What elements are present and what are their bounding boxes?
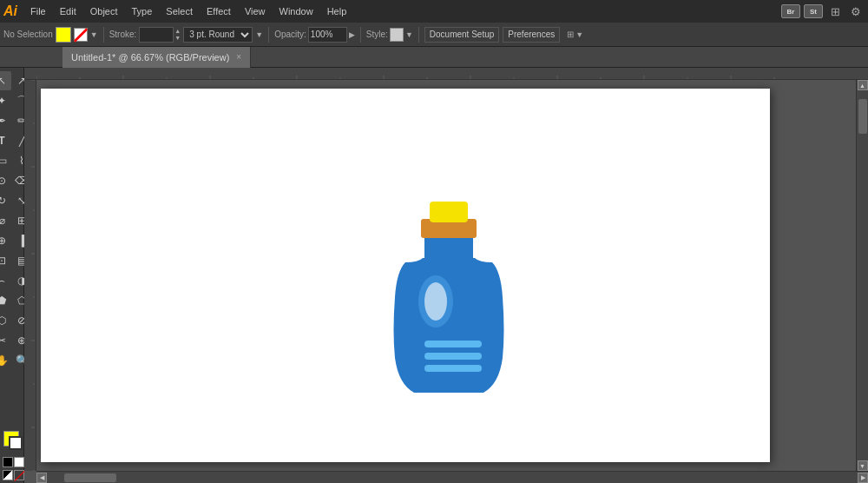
style-section: Style: ▼: [366, 28, 413, 42]
scrollbar-vertical[interactable]: ▲ ▼: [856, 80, 868, 471]
main-area: ↖ ↗ ✦ ⌒ ✒ ✏ T ╱ ▭ ⌇ ⊙ ⌫ ↻ ⤡ ⌀ ⊞: [0, 68, 868, 483]
stroke-spinners[interactable]: ▲▼: [174, 28, 181, 42]
bottle-lid: [430, 202, 468, 222]
preferences-button[interactable]: Preferences: [503, 27, 560, 43]
menu-window[interactable]: Window: [273, 4, 319, 18]
bottle-body: [393, 262, 503, 393]
ruler-v-svg: [24, 80, 35, 471]
canvas-scroll-area: [36, 80, 856, 471]
tab-close-button[interactable]: ×: [236, 52, 241, 62]
scroll-thumb-v[interactable]: [858, 99, 867, 134]
stroke-label: Stroke:: [109, 30, 137, 39]
magic-wand-tool-button[interactable]: ✦: [0, 91, 11, 110]
bridge-icon[interactable]: Br: [781, 4, 800, 18]
bottle-container: [41, 89, 856, 471]
bottle-line-1: [424, 341, 482, 347]
divider-1: [103, 27, 104, 43]
bottle-line-2: [424, 353, 482, 360]
mesh-tool-button[interactable]: ⊡: [0, 251, 11, 270]
menu-bar: Ai File Edit Object Type Select Effect V…: [0, 0, 868, 23]
menu-view[interactable]: View: [239, 4, 272, 18]
scrollbar-horizontal[interactable]: ◀ ▶: [36, 471, 868, 483]
black-swatch[interactable]: [3, 457, 13, 467]
rotate-tool-button[interactable]: ↻: [0, 191, 11, 210]
menu-help[interactable]: Help: [321, 4, 353, 18]
stock-icon[interactable]: St: [804, 4, 823, 18]
canvas-main[interactable]: [36, 80, 856, 471]
style-color-box[interactable]: [390, 28, 404, 42]
scroll-track-h[interactable]: [47, 473, 858, 483]
tab-title: Untitled-1* @ 66.67% (RGB/Preview): [71, 52, 229, 63]
menu-file[interactable]: File: [24, 4, 52, 18]
app-logo: Ai: [3, 3, 17, 19]
opacity-label: Opacity:: [274, 30, 306, 39]
color-mode-icons: [3, 470, 24, 480]
workspace-icon[interactable]: ⊞: [826, 3, 844, 20]
selection-section: No Selection ▼: [3, 27, 98, 43]
hand-tool-button[interactable]: ✋: [0, 351, 11, 370]
pen-tool-button[interactable]: ✒: [0, 111, 11, 130]
bottle-handle-inner: [424, 282, 447, 321]
symbol-tool-button[interactable]: ⊕: [0, 231, 11, 250]
perspective-button[interactable]: ⬡: [0, 311, 11, 330]
fill-slash[interactable]: [74, 28, 88, 42]
bottle-svg[interactable]: [379, 158, 518, 401]
fill-color-box[interactable]: [56, 27, 71, 43]
menu-select[interactable]: Select: [160, 4, 199, 18]
ruler-vertical: [24, 80, 36, 471]
divider-4: [418, 27, 419, 43]
blob-brush-button[interactable]: ⊙: [0, 171, 11, 190]
gradient-swatch[interactable]: [3, 470, 13, 480]
scroll-right-button[interactable]: ▶: [858, 473, 868, 483]
ruler-h-svg: [36, 69, 818, 79]
arrange-icons[interactable]: ⊞: [567, 30, 574, 39]
selection-label: No Selection: [3, 30, 53, 39]
ruler-horizontal: [24, 68, 868, 80]
fill-dropdown[interactable]: ▼: [90, 30, 98, 39]
scroll-thumb-h[interactable]: [64, 473, 116, 482]
left-toolbar: ↖ ↗ ✦ ⌒ ✒ ✏ T ╱ ▭ ⌇ ⊙ ⌫ ↻ ⤡ ⌀ ⊞: [0, 68, 24, 483]
selection-tool-button[interactable]: ↖: [0, 71, 11, 90]
stroke-dropdown[interactable]: ▼: [255, 30, 263, 39]
opacity-input[interactable]: [308, 27, 347, 43]
stroke-type-select[interactable]: 3 pt. Round: [183, 27, 253, 43]
menu-icons: Br St ⊞ ⚙: [781, 3, 865, 20]
canvas-inner: ▲ ▼: [24, 80, 868, 471]
stroke-swatch[interactable]: [9, 436, 23, 450]
rect-tool-button[interactable]: ▭: [0, 151, 11, 170]
menu-edit[interactable]: Edit: [54, 4, 82, 18]
document-tab[interactable]: Untitled-1* @ 66.67% (RGB/Preview) ×: [62, 47, 251, 68]
scroll-up-button[interactable]: ▲: [858, 80, 868, 90]
menu-effect[interactable]: Effect: [201, 4, 237, 18]
style-dropdown[interactable]: ▼: [405, 30, 413, 39]
no-paint-swatch[interactable]: [14, 470, 24, 480]
opacity-section: Opacity: ▶: [274, 27, 355, 43]
toolbar: No Selection ▼ Stroke: ▲▼ 3 pt. Round ▼ …: [0, 23, 868, 47]
divider-3: [360, 27, 361, 43]
eyedropper-button[interactable]: ⌢: [0, 271, 11, 290]
stroke-color-box[interactable]: [74, 28, 88, 42]
stroke-section: Stroke: ▲▼ 3 pt. Round ▼: [109, 27, 264, 43]
stroke-display: [139, 27, 174, 43]
scroll-track-v[interactable]: [858, 90, 868, 460]
svg-rect-19: [24, 80, 35, 471]
document-setup-button[interactable]: Document Setup: [424, 27, 500, 43]
opacity-arrow[interactable]: ▶: [349, 30, 355, 39]
divider-2: [268, 27, 269, 43]
canvas-wrapper: ▲ ▼ ◀ ▶: [24, 68, 868, 483]
scroll-down-button[interactable]: ▼: [858, 460, 868, 471]
type-tool-button[interactable]: T: [0, 131, 11, 150]
scissors-button[interactable]: ✂: [0, 331, 11, 350]
scroll-left-button[interactable]: ◀: [36, 473, 47, 483]
warp-tool-button[interactable]: ⌀: [0, 211, 11, 230]
menu-object[interactable]: Object: [84, 4, 124, 18]
color-swatch-area: [3, 431, 24, 452]
sync-icon[interactable]: ⚙: [847, 3, 865, 20]
style-label: Style:: [366, 30, 388, 39]
bottle-line-3: [424, 365, 482, 372]
tab-bar: Untitled-1* @ 66.67% (RGB/Preview) ×: [0, 47, 868, 68]
white-swatch[interactable]: [14, 457, 24, 467]
live-paint-button[interactable]: ⬟: [0, 291, 11, 310]
arrange-dropdown[interactable]: ▼: [575, 30, 583, 39]
menu-type[interactable]: Type: [126, 4, 159, 18]
